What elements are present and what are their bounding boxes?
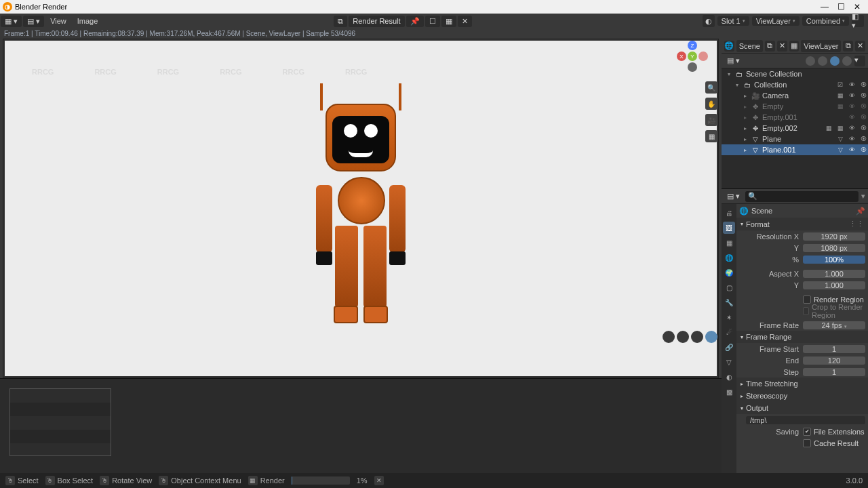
robot-subject bbox=[300, 83, 422, 334]
outliner-item-plane001[interactable]: ▸▽Plane.001 ▽👁⦿ bbox=[722, 144, 868, 155]
shading-solid-button[interactable] bbox=[818, 56, 827, 66]
proptab-render[interactable]: 🖨 bbox=[723, 207, 735, 219]
panel-output[interactable]: ▾Output bbox=[736, 402, 868, 414]
cancel-render-button[interactable]: ✕ bbox=[374, 476, 384, 485]
render-pass-dropdown[interactable]: Combined▾ bbox=[802, 16, 849, 26]
pin-button[interactable]: 📌 bbox=[406, 16, 424, 27]
viewlayer-name-field[interactable]: ViewLayer bbox=[801, 40, 841, 52]
outliner-scene-collection[interactable]: ▾🗀Scene Collection bbox=[722, 68, 868, 79]
menu-view[interactable]: View bbox=[45, 16, 72, 26]
browse-image-button[interactable]: ⧉ bbox=[334, 16, 347, 27]
viewlayer-browse-button[interactable]: ▦ bbox=[789, 41, 800, 52]
proptab-modifiers[interactable]: 🔧 bbox=[723, 296, 735, 308]
proptab-object[interactable]: ▢ bbox=[723, 281, 735, 293]
properties-tab-column: 🖨 🖼 ▦ 🌐 🌍 ▢ 🔧 ✶ ☄ 🔗 ▽ ◐ ▩ bbox=[722, 204, 736, 473]
viewlayer-dropdown[interactable]: ViewLayer▾ bbox=[752, 16, 800, 26]
frame-rate-dropdown[interactable]: 24 fps ▾ bbox=[803, 321, 865, 329]
xray-toggle[interactable] bbox=[691, 331, 703, 343]
outliner-item-plane[interactable]: ▸▽Plane ▽👁⦿ bbox=[722, 134, 868, 144]
shading-rendered-button[interactable] bbox=[842, 56, 852, 66]
stereo-icon[interactable]: ◐ bbox=[703, 15, 715, 27]
new-viewlayer-button[interactable]: ⧉ bbox=[843, 41, 853, 52]
pin-icon[interactable]: 📌 bbox=[856, 207, 865, 216]
gizmo-toggle[interactable] bbox=[677, 331, 689, 343]
crop-region-checkbox[interactable]: Crop to Render Region bbox=[803, 303, 865, 319]
color-channels-dropdown[interactable]: ◧ ▾ bbox=[852, 15, 864, 27]
panel-frame-range[interactable]: ▾Frame Range bbox=[736, 331, 868, 343]
outliner-item-empty[interactable]: ▸✥Empty ▦👁⦿ bbox=[722, 101, 868, 112]
outliner-item-camera[interactable]: ▸🎥Camera ▦👁⦿ bbox=[722, 90, 868, 101]
camera-view-icon[interactable]: 🎥 bbox=[705, 114, 717, 126]
frame-end-field[interactable]: 120 bbox=[803, 357, 865, 365]
resolution-percent-field[interactable]: 100% bbox=[803, 256, 865, 264]
scene-name-field[interactable]: Scene bbox=[736, 40, 763, 52]
panel-format[interactable]: ▾Format⋮⋮ bbox=[736, 218, 868, 230]
panel-time-stretching[interactable]: ▸Time Stretching bbox=[736, 378, 868, 390]
props-search[interactable]: 🔍 bbox=[745, 191, 859, 202]
shading-wireframe-button[interactable] bbox=[806, 56, 815, 66]
new-image-button[interactable]: ▦ bbox=[441, 16, 456, 27]
frame-step-field[interactable]: 1 bbox=[803, 368, 865, 376]
props-editor-dropdown[interactable]: ▤ ▾ bbox=[724, 191, 743, 201]
outliner-collection[interactable]: ▾🗀Collection ☑👁⦿ bbox=[722, 79, 868, 90]
scene-icon: 🌐 bbox=[739, 207, 749, 216]
statusbar-select: 🖱Select bbox=[5, 476, 39, 485]
props-options[interactable]: ▾ bbox=[861, 192, 865, 201]
scene-crumb: Scene bbox=[751, 207, 772, 215]
fake-user-button[interactable]: ☐ bbox=[425, 16, 440, 27]
render-image: RRCGRRCGRRCGRRCGRRCGRRCG bbox=[5, 41, 717, 376]
proptab-material[interactable]: ◐ bbox=[723, 371, 735, 383]
delete-viewlayer-button[interactable]: ✕ bbox=[855, 41, 865, 52]
cache-result-checkbox[interactable]: Cache Result bbox=[803, 439, 865, 447]
maximize-button[interactable]: ☐ bbox=[833, 2, 849, 12]
proptab-texture[interactable]: ▩ bbox=[723, 386, 735, 398]
minimize-button[interactable]: — bbox=[816, 2, 833, 12]
statusbar-box-select: 🖱Box Select bbox=[45, 476, 94, 485]
blender-icon: ◑ bbox=[3, 2, 12, 12]
perspective-icon[interactable]: ▦ bbox=[705, 130, 717, 142]
editor-type-dropdown[interactable]: ▦ ▾ bbox=[1, 16, 22, 27]
proptab-scene[interactable]: 🌐 bbox=[723, 251, 735, 264]
scene-browse-button[interactable]: 🌐 bbox=[724, 41, 734, 52]
aspect-y-field[interactable]: 1.000 bbox=[803, 281, 865, 289]
outliner-item-empty002[interactable]: ▸✥Empty.002 ▦▦👁⦿ bbox=[722, 123, 868, 134]
shading-options-button[interactable]: ▾ bbox=[854, 56, 865, 66]
render-result-tab[interactable]: Render Result bbox=[349, 16, 404, 27]
output-path-field[interactable]: /tmp\ bbox=[746, 416, 865, 424]
panel-stereoscopy[interactable]: ▸Stereoscopy bbox=[736, 390, 868, 402]
menu-image[interactable]: Image bbox=[72, 16, 104, 26]
proptab-data[interactable]: ▽ bbox=[723, 356, 735, 368]
outliner-editor-dropdown[interactable]: ▤ ▾ bbox=[724, 56, 743, 66]
file-extensions-checkbox[interactable]: ✔File Extensions bbox=[803, 428, 865, 436]
statusbar-render: ▦Render bbox=[248, 476, 285, 485]
shading-circle[interactable] bbox=[705, 331, 717, 343]
proptab-viewlayer[interactable]: ▦ bbox=[723, 237, 735, 249]
render-viewport[interactable]: RRCGRRCGRRCGRRCGRRCGRRCG bbox=[3, 39, 719, 378]
proptab-constraints[interactable]: 🔗 bbox=[723, 341, 735, 353]
outliner[interactable]: ▾🗀Scene Collection ▾🗀Collection ☑👁⦿ ▸🎥Ca… bbox=[722, 68, 868, 189]
shading-material-button[interactable] bbox=[830, 56, 840, 66]
aspect-x-field[interactable]: 1.000 bbox=[803, 270, 865, 278]
pan-icon[interactable]: ✋ bbox=[705, 98, 717, 110]
render-slot-dropdown[interactable]: Slot 1▾ bbox=[717, 16, 749, 26]
area-options[interactable]: ▤ ▾ bbox=[23, 16, 44, 27]
render-percent: 1% bbox=[357, 476, 368, 485]
blender-version: 3.0.0 bbox=[846, 476, 863, 485]
statusbar-context: 🖱Object Context Menu bbox=[159, 476, 241, 485]
overlay-toggle[interactable] bbox=[663, 331, 675, 343]
frame-start-field[interactable]: 1 bbox=[803, 345, 865, 353]
resolution-y-field[interactable]: 1080 px bbox=[803, 244, 865, 252]
delete-scene-button[interactable]: ✕ bbox=[777, 41, 787, 52]
outliner-item-empty001[interactable]: ▸✥Empty.001 👁⦿ bbox=[722, 112, 868, 123]
new-scene-button[interactable]: ⧉ bbox=[765, 41, 775, 52]
proptab-world[interactable]: 🌍 bbox=[723, 266, 735, 279]
zoom-icon[interactable]: 🔍 bbox=[705, 81, 717, 94]
window-title: Blender Render bbox=[15, 3, 67, 11]
proptab-physics[interactable]: ☄ bbox=[723, 326, 735, 338]
proptab-particles[interactable]: ✶ bbox=[723, 311, 735, 323]
close-button[interactable]: ✕ bbox=[849, 2, 865, 12]
navigation-gizmo[interactable]: ZYX bbox=[677, 41, 708, 72]
proptab-output[interactable]: 🖼 bbox=[723, 222, 735, 234]
unlink-image-button[interactable]: ✕ bbox=[458, 16, 472, 27]
resolution-x-field[interactable]: 1920 px bbox=[803, 232, 865, 241]
